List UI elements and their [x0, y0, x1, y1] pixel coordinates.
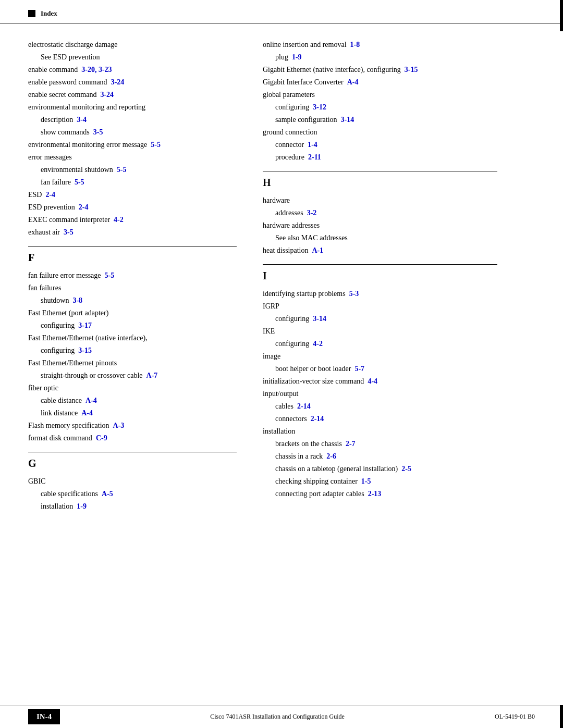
list-item: enable secret command 3-24: [28, 89, 237, 100]
page-ref-link[interactable]: 4-2: [114, 216, 124, 224]
page-ref-link[interactable]: 3-14: [341, 116, 354, 124]
page-ref-link[interactable]: A-7: [146, 372, 158, 379]
page-ref-link[interactable]: 5-3: [349, 290, 359, 298]
page-ref-link[interactable]: 1-8: [350, 41, 360, 48]
page-ref-link[interactable]: 5-7: [354, 365, 364, 373]
list-item: Fast Ethernet/Ethernet (native interface…: [28, 332, 237, 343]
list-item: addresses 3-2: [263, 207, 497, 218]
list-item: fan failures: [28, 282, 237, 293]
page-ref-link[interactable]: 2-4: [79, 203, 89, 211]
page-ref-link[interactable]: 4-2: [313, 340, 323, 348]
list-item: link distance A-4: [28, 408, 237, 418]
list-item: ground connection: [263, 127, 497, 138]
page-ref-link[interactable]: 1-4: [308, 141, 317, 149]
header-square-icon: [28, 10, 35, 17]
list-item: format disk command C-9: [28, 433, 237, 443]
list-item: shutdown 3-8: [28, 295, 237, 306]
list-item: environmental monitoring error message 5…: [28, 139, 237, 150]
page-ref-link[interactable]: 1-5: [361, 477, 371, 485]
header-right-bar: [560, 0, 563, 31]
list-item: show commands 3-5: [28, 127, 237, 138]
list-item: procedure 2-11: [263, 152, 497, 163]
list-item: configuring 3-12: [263, 102, 497, 113]
header-title: Index: [41, 9, 57, 18]
section-g-continued: online insertion and removal 1-8 plug 1-…: [263, 39, 497, 163]
list-item: exhaust air 3-5: [28, 227, 237, 238]
page-ref-link[interactable]: 2-6: [326, 452, 336, 460]
page-ref-link[interactable]: 3-17: [78, 322, 92, 329]
page-ref-link[interactable]: 3-2: [307, 209, 317, 217]
page-ref-link[interactable]: 2-7: [346, 440, 356, 448]
page-ref-link[interactable]: A-4: [81, 409, 93, 417]
list-item: fan failure error message 5-5: [28, 270, 237, 281]
list-item: global parameters: [263, 89, 497, 100]
page-ref-link[interactable]: 5-5: [75, 178, 84, 186]
page-header: Index: [0, 0, 563, 23]
page-ref-link[interactable]: 5-5: [105, 272, 115, 279]
section-letter-i: I: [263, 270, 497, 282]
page-ref-link[interactable]: 3-14: [313, 315, 326, 323]
page-ref-link[interactable]: A-5: [102, 490, 113, 498]
list-item: fiber optic: [28, 382, 237, 393]
page-ref-link[interactable]: 2-14: [311, 415, 324, 423]
page-ref-link[interactable]: A-4: [85, 397, 97, 404]
page-ref-link[interactable]: 3-20, 3-23: [81, 66, 112, 73]
list-item: Fast Ethernet/Ethernet pinouts: [28, 357, 237, 368]
list-item: input/output: [263, 388, 497, 399]
list-item: straight-through or crossover cable A-7: [28, 370, 237, 381]
page-ref-link[interactable]: 3-5: [93, 128, 103, 136]
list-item: environmental shutdown 5-5: [28, 164, 237, 175]
list-item: installation 1-9: [28, 501, 237, 512]
page-ref-link[interactable]: 3-5: [64, 228, 74, 236]
section-e-entries: electrostatic discharge damage See ESD p…: [28, 39, 237, 238]
page-ref-link[interactable]: 3-8: [72, 297, 82, 304]
section-letter-g: G: [28, 458, 237, 470]
list-item: sample configuration 3-14: [263, 114, 497, 125]
list-item: initialization-vector size command 4-4: [263, 376, 497, 387]
page-ref-link[interactable]: 2-13: [368, 490, 382, 498]
page-ref-link[interactable]: 5-5: [151, 141, 161, 149]
list-item: plug 1-9: [263, 52, 497, 63]
list-item: description 3-4: [28, 114, 237, 125]
page-ref-link[interactable]: 3-24: [100, 91, 114, 98]
page-ref-link[interactable]: 3-4: [77, 116, 87, 124]
list-item: identifying startup problems 5-3: [263, 288, 497, 299]
page-ref-link[interactable]: 3-24: [111, 78, 125, 86]
left-column: electrostatic discharge damage See ESD p…: [28, 39, 252, 513]
list-item: GBIC: [28, 476, 237, 487]
list-item: environmental monitoring and reporting: [28, 102, 237, 113]
page-ref-link[interactable]: 3-15: [78, 347, 92, 354]
list-item: EXEC command interpreter 4-2: [28, 214, 237, 225]
list-item: See also MAC addresses: [263, 232, 497, 243]
list-item: error messages: [28, 152, 237, 163]
page-ref-link[interactable]: 2-11: [308, 153, 321, 161]
section-letter-f: F: [28, 252, 237, 264]
section-g: G GBIC cable specifications A-5 installa…: [28, 458, 237, 512]
page-ref-link[interactable]: 3-12: [313, 103, 326, 111]
footer-page-number: IN-4: [28, 709, 60, 724]
page-ref-link[interactable]: A-3: [113, 422, 125, 429]
page-ref-link[interactable]: 2-14: [297, 402, 311, 410]
page-ref-link[interactable]: 4-4: [368, 377, 377, 385]
page-ref-link[interactable]: 5-5: [117, 166, 127, 174]
page-ref-link[interactable]: A-1: [312, 246, 324, 254]
list-item: connector 1-4: [263, 139, 497, 150]
list-item: checking shipping container 1-5: [263, 476, 497, 487]
list-item: enable password command 3-24: [28, 77, 237, 88]
page-ref-link[interactable]: 2-4: [45, 191, 55, 199]
footer-right-text: OL-5419-01 B0: [495, 713, 535, 721]
page-footer: IN-4 Cisco 7401ASR Installation and Conf…: [0, 705, 563, 728]
page-ref-link[interactable]: C-9: [96, 434, 107, 442]
section-i: I identifying startup problems 5-3 IGRP …: [263, 270, 497, 499]
list-item: configuring 4-2: [263, 338, 497, 349]
list-item: cables 2-14: [263, 401, 497, 412]
page-ref-link[interactable]: A-4: [347, 78, 359, 86]
right-column: online insertion and removal 1-8 plug 1-…: [252, 39, 497, 513]
list-item: hardware: [263, 195, 497, 206]
page-ref-link[interactable]: 1-9: [77, 502, 87, 510]
page-ref-link[interactable]: 1-9: [292, 53, 302, 61]
page-ref-link[interactable]: 3-15: [405, 66, 418, 73]
section-divider: [263, 264, 497, 265]
page-ref-link[interactable]: 2-5: [401, 465, 411, 473]
list-item: configuring 3-14: [263, 313, 497, 324]
